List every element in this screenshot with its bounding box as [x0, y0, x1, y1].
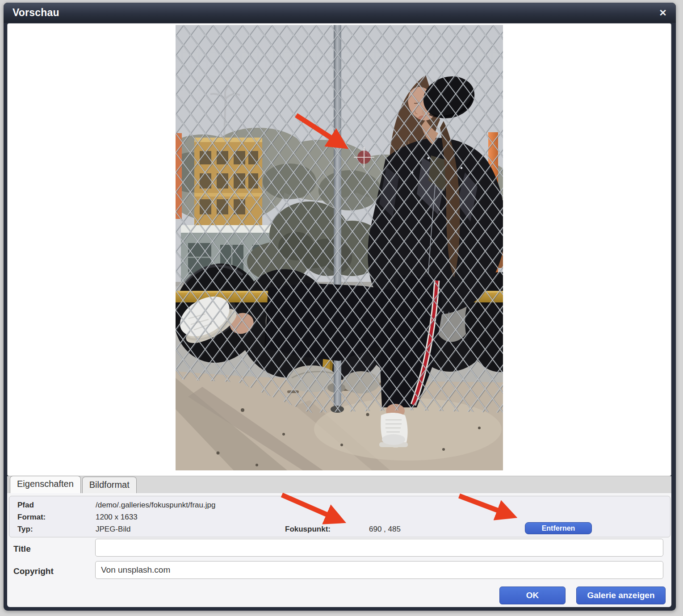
show-gallery-button[interactable]: Galerie anzeigen: [576, 587, 666, 604]
properties-panel: Pfad/demo/.galleries/fokuspunkt/frau.jpg…: [9, 496, 670, 537]
ok-button[interactable]: OK: [499, 587, 566, 604]
pfad-label: Pfad: [17, 500, 96, 511]
format-label: Format:: [17, 512, 96, 523]
typ-label: Typ:: [17, 524, 96, 535]
dialog-titlebar: Vorschau: [4, 3, 676, 23]
close-icon[interactable]: ✕: [656, 6, 670, 20]
remove-focus-point-button[interactable]: Entfernen: [525, 522, 592, 534]
fokuspunkt-label: Fokuspunkt:: [285, 524, 331, 535]
pfad-value: /demo/.galleries/fokuspunkt/frau.jpg: [96, 501, 215, 509]
image-preview-area[interactable]: [7, 23, 671, 476]
copyright-input[interactable]: [95, 561, 663, 579]
copyright-label: Copyright: [13, 566, 54, 576]
title-label: Title: [13, 544, 31, 554]
property-row-pfad: Pfad/demo/.galleries/fokuspunkt/frau.jpg: [17, 500, 215, 511]
tab-eigenschaften[interactable]: Eigenschaften: [10, 476, 81, 493]
fokuspunkt-value: 690 , 485: [369, 524, 401, 535]
preview-dialog: Vorschau ✕: [4, 3, 676, 611]
tab-bar: Eigenschaften Bildformat: [7, 476, 671, 493]
property-row-typ: Typ:JPEG-Bild: [17, 524, 130, 535]
title-input[interactable]: [95, 539, 663, 557]
tab-bildformat[interactable]: Bildformat: [82, 477, 137, 493]
dialog-title: Vorschau: [13, 7, 59, 19]
format-value: 1200 x 1633: [96, 513, 138, 521]
property-row-format: Format:1200 x 1633: [17, 512, 138, 523]
typ-value: JPEG-Bild: [96, 525, 130, 533]
preview-photo-svg: [176, 25, 503, 470]
preview-photo[interactable]: [176, 25, 503, 470]
